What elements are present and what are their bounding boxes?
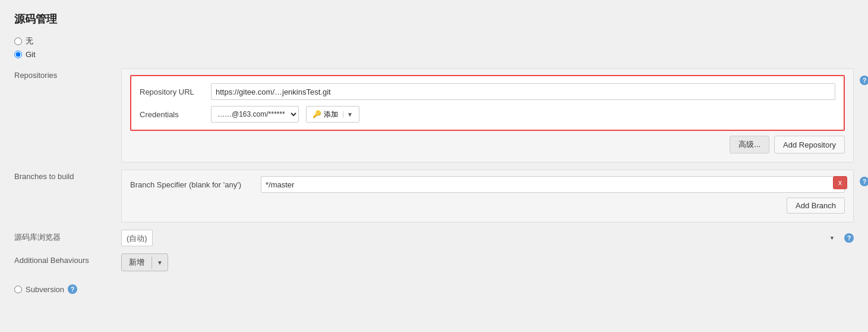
subversion-option[interactable]: Subversion ?	[14, 284, 854, 294]
credentials-row: Credentials ……@163.com/****** 🔑 添加 ▼	[140, 106, 835, 123]
source-browser-select-wrapper: (自动)	[121, 230, 839, 246]
subversion-row: Subversion ?	[14, 275, 854, 297]
credentials-select[interactable]: ……@163.com/******	[211, 106, 299, 123]
additional-behaviours-row: Additional Behaviours 新增 ▼	[14, 250, 854, 275]
subversion-help-icon[interactable]: ?	[68, 284, 77, 294]
git-config-table: Repositories Repository URL	[14, 65, 854, 297]
delete-branch-button[interactable]: x	[833, 176, 847, 189]
additional-behaviours-container: 新增 ▼	[121, 253, 854, 271]
page-title: 源码管理	[14, 12, 854, 26]
source-browser-label: 源码库浏览器	[14, 226, 121, 250]
source-browser-row: 源码库浏览器 (自动) ?	[14, 226, 854, 250]
branch-specifier-input[interactable]	[261, 176, 845, 193]
additional-behaviours-label: Additional Behaviours	[14, 250, 121, 275]
add-behaviour-caret-icon[interactable]: ▼	[151, 256, 168, 269]
scm-option-git[interactable]: Git	[14, 50, 854, 59]
source-browser-select[interactable]: (自动)	[121, 230, 153, 246]
branches-container: x Branch Specifier (blank for 'any') Add…	[121, 170, 854, 223]
add-credentials-caret[interactable]: ▼	[343, 111, 353, 118]
add-behaviour-label: 新增	[122, 254, 151, 271]
branches-row: Branches to build x Branch Specifier (bl…	[14, 166, 854, 226]
add-branch-button[interactable]: Add Branch	[787, 198, 845, 214]
repositories-container: Repository URL Credentials ……@163.com/**…	[121, 68, 854, 162]
scm-svn-radio[interactable]	[14, 286, 22, 293]
source-browser-help-icon[interactable]: ?	[844, 233, 854, 243]
scm-option-none[interactable]: 无	[14, 36, 854, 46]
add-repository-button[interactable]: Add Repository	[774, 136, 845, 154]
scm-svn-label: Subversion	[26, 285, 64, 294]
advanced-button[interactable]: 高级...	[730, 136, 769, 154]
add-credentials-label: 添加	[324, 109, 338, 120]
repo-url-label: Repository URL	[140, 87, 211, 96]
repositories-help-icon[interactable]: ?	[860, 76, 868, 85]
branches-help-icon[interactable]: ?	[860, 177, 868, 186]
scm-git-label: Git	[26, 50, 36, 59]
branch-specifier-label: Branch Specifier (blank for 'any')	[130, 180, 261, 189]
repo-url-input[interactable]	[211, 83, 835, 100]
branches-label: Branches to build	[14, 166, 121, 226]
branch-buttons: Add Branch	[130, 198, 845, 214]
repositories-row: Repositories Repository URL	[14, 65, 854, 166]
repo-url-row: Repository URL	[140, 83, 835, 100]
credentials-label: Credentials	[140, 110, 211, 119]
add-credentials-button[interactable]: 🔑 添加 ▼	[306, 106, 359, 123]
repositories-label: Repositories	[14, 65, 121, 166]
add-behaviour-button[interactable]: 新增 ▼	[121, 253, 168, 271]
scm-none-radio[interactable]	[14, 37, 22, 45]
scm-git-radio[interactable]	[14, 51, 22, 58]
scm-none-label: 无	[26, 36, 33, 46]
branch-specifier-row: Branch Specifier (blank for 'any')	[130, 176, 845, 193]
key-icon: 🔑	[313, 110, 321, 118]
repo-buttons: 高级... Add Repository	[130, 136, 845, 154]
repository-box: Repository URL Credentials ……@163.com/**…	[130, 75, 845, 131]
